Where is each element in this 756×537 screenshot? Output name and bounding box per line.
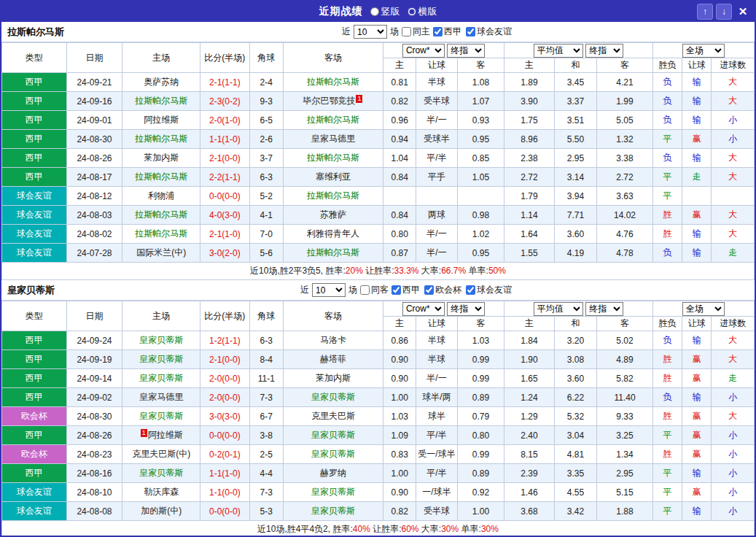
away-team-link[interactable]: 拉斯帕尔马斯 [307, 115, 359, 125]
match-type-cell: 欧会杯 [2, 445, 67, 464]
away-team-link[interactable]: 皇家贝蒂斯 [311, 392, 355, 402]
avg-source-select[interactable]: 平均值 [534, 44, 583, 58]
away-team-link[interactable]: 皇家贝蒂斯 [311, 506, 355, 516]
same-venue-checkbox[interactable]: 同主 [402, 26, 430, 38]
league-filter-checkbox[interactable]: 球会友谊 [466, 284, 512, 296]
match-row: 西甲24-09-19皇家贝蒂斯2-1(0-0)8-4赫塔菲0.90半球0.991… [2, 350, 755, 369]
league-filter-checkbox[interactable]: 球会友谊 [466, 26, 512, 38]
away-team-link[interactable]: 皇家贝蒂斯 [311, 449, 355, 459]
league-checkbox-input[interactable] [433, 27, 443, 36]
avg-stage-select[interactable]: 终指 [585, 302, 623, 316]
odds-home-cell: 0.81 [383, 73, 416, 92]
home-team-link[interactable]: 国际米兰(中) [136, 247, 186, 258]
away-team-link[interactable]: 拉斯帕尔马斯 [307, 152, 359, 163]
bookmaker-select[interactable]: Crow* [402, 302, 445, 316]
away-team-link[interactable]: 皇家马德里 [311, 134, 355, 144]
horizontal-radio-input[interactable] [408, 7, 416, 16]
same-venue-checkbox[interactable]: 同客 [360, 284, 389, 296]
vertical-layout-radio[interactable]: 竖版 [370, 5, 400, 18]
match-type-cell: 球会友谊 [2, 187, 67, 206]
odds-stage-select[interactable]: 终指 [447, 302, 485, 316]
odds-away-cell: 1.02 [457, 225, 504, 244]
scope-select[interactable]: 全场 [682, 44, 725, 58]
corner-cell: 4-4 [249, 464, 283, 483]
away-team-link[interactable]: 苏雅萨 [320, 209, 346, 220]
home-team-link[interactable]: 皇家贝蒂斯 [139, 335, 183, 345]
away-team-link[interactable]: 毕尔巴鄂竞技 [303, 96, 355, 106]
home-team-link[interactable]: 拉斯帕尔马斯 [135, 228, 187, 239]
home-team-link[interactable]: 拉斯帕尔马斯 [135, 134, 187, 144]
away-team-link[interactable]: 皇家贝蒂斯 [311, 487, 355, 497]
league-filter-checkbox[interactable]: 西甲 [391, 284, 420, 296]
away-team-link[interactable]: 拉斯帕尔马斯 [307, 77, 359, 87]
home-team-cell: 勒沃库森 [122, 483, 200, 502]
close-button[interactable]: ✕ [735, 4, 751, 20]
avg-home-cell: 1.64 [504, 225, 555, 244]
away-team-link[interactable]: 利雅得青年人 [307, 228, 359, 239]
vertical-radio-input[interactable] [370, 7, 379, 16]
bookmaker-select[interactable]: Crow* [402, 44, 445, 58]
home-team-link[interactable]: 皇家贝蒂斯 [139, 354, 183, 364]
away-team-link[interactable]: 克里夫巴斯 [311, 411, 355, 421]
league-label: 球会友谊 [477, 284, 512, 296]
col-header-result-goals: 进球数 [712, 58, 755, 73]
league-filter-checkbox[interactable]: 西甲 [433, 26, 461, 38]
match-count-select[interactable]: 10 [312, 283, 346, 297]
home-team-link[interactable]: 克里夫巴斯(中) [132, 449, 190, 459]
league-checkbox-input[interactable] [466, 27, 475, 36]
away-team-link[interactable]: 莱加内斯 [316, 373, 351, 383]
odds-away-cell: 0.80 [457, 426, 504, 445]
away-team-link[interactable]: 马洛卡 [320, 335, 346, 345]
odds-handicap-cell [416, 187, 457, 206]
home-team-link[interactable]: 勒沃库森 [144, 487, 179, 497]
col-header-corner: 角球 [249, 301, 283, 331]
league-label: 西甲 [444, 26, 461, 38]
result-handicap-cell: 输 [682, 388, 712, 407]
match-row: 西甲24-09-21奥萨苏纳2-1(1-1)2-4拉斯帕尔马斯0.81半球1.0… [2, 73, 755, 92]
result-wdl-cell: 胜 [652, 350, 682, 369]
home-team-link[interactable]: 皇家贝蒂斯 [139, 373, 183, 383]
away-team-link[interactable]: 赫塔菲 [320, 354, 346, 364]
away-team-link[interactable]: 皇家贝蒂斯 [311, 430, 355, 440]
scroll-down-button[interactable]: ↓ [716, 4, 732, 20]
home-team-link[interactable]: 皇家贝蒂斯 [139, 468, 183, 478]
summary-label: 大率: [419, 524, 442, 534]
scroll-up-button[interactable]: ↑ [697, 4, 713, 20]
same-venue-checkbox-input[interactable] [360, 285, 370, 295]
home-team-link[interactable]: 阿拉维斯 [148, 430, 183, 440]
home-team-link[interactable]: 莱加内斯 [144, 152, 179, 163]
home-team-link[interactable]: 阿拉维斯 [144, 115, 179, 125]
home-team-cell: 阿拉维斯 [122, 111, 200, 130]
league-checkbox-input[interactable] [424, 285, 434, 295]
home-team-link[interactable]: 拉斯帕尔马斯 [135, 96, 187, 106]
league-checkbox-input[interactable] [466, 285, 475, 295]
home-team-link[interactable]: 皇家马德里 [139, 392, 183, 402]
away-team-link[interactable]: 拉斯帕尔马斯 [307, 190, 359, 201]
avg-home-cell: 3.90 [504, 92, 555, 111]
odds-away-cell: 1.00 [457, 502, 504, 521]
score-cell: 0-0(0-0) [200, 187, 250, 206]
away-team-cell: 皇家贝蒂斯 [283, 445, 383, 464]
away-team-link[interactable]: 赫罗纳 [320, 468, 346, 478]
league-checkbox-input[interactable] [391, 285, 401, 295]
away-team-link[interactable]: 拉斯帕尔马斯 [307, 247, 359, 258]
home-team-link[interactable]: 奥萨苏纳 [144, 77, 179, 87]
horizontal-layout-radio[interactable]: 横版 [408, 5, 437, 18]
avg-home-cell: 8.15 [504, 445, 555, 464]
home-team-link[interactable]: 皇家贝蒂斯 [139, 411, 183, 421]
home-team-link[interactable]: 利物浦 [148, 190, 174, 201]
result-handicap-cell: 输 [682, 111, 712, 130]
home-team-link[interactable]: 拉斯帕尔马斯 [135, 209, 187, 220]
home-team-link[interactable]: 拉斯帕尔马斯 [135, 171, 187, 182]
scope-select[interactable]: 全场 [682, 302, 725, 316]
home-team-link[interactable]: 加的斯(中) [141, 506, 182, 516]
odds-stage-select[interactable]: 终指 [447, 44, 485, 58]
summary-row: 近10场,胜4平4负2, 胜率:40% 让胜率:60% 大率:30% 单率:30… [2, 521, 755, 537]
away-team-link[interactable]: 塞维利亚 [316, 171, 351, 182]
league-filter-checkbox[interactable]: 欧会杯 [424, 284, 461, 296]
result-wdl-cell: 平 [652, 187, 682, 206]
avg-stage-select[interactable]: 终指 [585, 44, 623, 58]
avg-source-select[interactable]: 平均值 [534, 302, 583, 316]
same-venue-checkbox-input[interactable] [402, 27, 411, 36]
match-count-select[interactable]: 10 [354, 25, 387, 39]
